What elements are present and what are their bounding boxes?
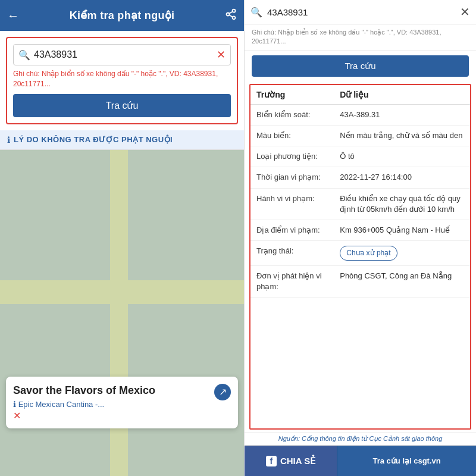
table-row: Màu biển:Nền màu trắng, chữ và số màu đe… <box>250 125 470 146</box>
col-data: Dữ liệu <box>334 85 470 105</box>
clear-icon[interactable]: ✕ <box>217 48 226 61</box>
back-button[interactable]: ← <box>7 9 19 23</box>
row-field: Địa điểm vi phạm: <box>250 220 334 240</box>
right-search-bar: 🔍 ✕ <box>245 0 476 24</box>
row-value: 2022-11-27 16:14:00 <box>334 167 470 188</box>
left-header: ← Kiểm tra phạt nguội <box>0 0 244 31</box>
row-value: Điều khiển xe chạy quá tốc độ quy định t… <box>334 188 470 220</box>
left-panel: ← Kiểm tra phạt nguội 🔍 ✕ Ghi chú: Nhập … <box>0 0 244 476</box>
svg-point-2 <box>233 16 236 19</box>
tra-cuu-button[interactable]: Tra cứu <box>13 94 231 117</box>
search-input-row: 🔍 ✕ <box>13 44 231 65</box>
row-value: Chưa xử phạt <box>334 241 470 266</box>
map-card: ↗ Savor the Flavors of Mexico ℹ Epic Mex… <box>6 377 238 428</box>
right-tra-cuu-button[interactable]: Tra cứu <box>252 55 469 77</box>
result-table-wrapper: Trường Dữ liệu Biển kiểm soát:43A-389.31… <box>249 84 471 430</box>
info-icon-small: ℹ <box>13 400 16 409</box>
search-hint: Ghi chú: Nhập biển số xe không dấu "-" h… <box>13 69 231 89</box>
table-row: Hành vi vi phạm:Điều khiển xe chạy quá t… <box>250 188 470 220</box>
table-row: Biển kiểm soát:43A-389.31 <box>250 104 470 125</box>
search-icon: 🔍 <box>18 49 30 61</box>
table-row: Thời gian vi phạm:2022-11-27 16:14:00 <box>250 167 470 188</box>
right-search-input[interactable] <box>267 7 460 17</box>
status-badge: Chưa xử phạt <box>340 246 397 261</box>
row-field: Màu biển: <box>250 125 334 146</box>
svg-point-0 <box>233 9 236 12</box>
right-panel: 🔍 ✕ Ghi chú: Nhập biển số xe không dấu "… <box>244 0 476 476</box>
map-area: ↗ Savor the Flavors of Mexico ℹ Epic Mex… <box>0 150 244 476</box>
card-title: Savor the Flavors of Mexico <box>13 384 231 397</box>
info-icon: ℹ <box>7 135 10 145</box>
row-value: Km 936+005 Quảng Nam - Huế <box>334 220 470 240</box>
search-input[interactable] <box>34 49 217 60</box>
footer-source: Nguồn: Cổng thông tin điện tử Cục Cảnh s… <box>245 432 476 445</box>
right-search-icon: 🔍 <box>250 7 262 18</box>
right-tra-cuu: Tra cứu <box>252 55 469 77</box>
ly-do-bar: ℹ LÝ DO KHÔNG TRA ĐƯỢC PHẠT NGUỘI <box>0 130 244 150</box>
row-value: Phòng CSGT, Công an Đà Nẵng <box>334 265 470 297</box>
share-button[interactable] <box>225 8 237 23</box>
close-map-card[interactable]: ✕ <box>13 410 231 421</box>
right-close-icon[interactable]: ✕ <box>460 5 470 19</box>
svg-line-4 <box>229 11 233 13</box>
svg-point-1 <box>227 12 230 15</box>
col-field: Trường <box>250 85 334 105</box>
table-row: Trạng thái:Chưa xử phạt <box>250 241 470 266</box>
svg-line-3 <box>229 15 233 17</box>
row-value: 43A-389.31 <box>334 104 470 125</box>
row-value: Nền màu trắng, chữ và số màu đen <box>334 125 470 146</box>
search-section: 🔍 ✕ Ghi chú: Nhập biển số xe không dấu "… <box>6 37 238 124</box>
facebook-share-button[interactable]: f CHIA SẺ <box>245 446 337 476</box>
facebook-icon: f <box>266 456 277 466</box>
row-field: Trạng thái: <box>250 241 334 266</box>
share-label: CHIA SẺ <box>280 456 315 466</box>
row-field: Loại phương tiện: <box>250 146 334 167</box>
tra-cuu-lai-button[interactable]: Tra cứu lại csgt.vn <box>337 446 476 476</box>
card-subtitle: ℹ Epic Mexican Cantina -... <box>13 400 231 409</box>
right-hint: Ghi chú: Nhập biển số xe không dấu "-" h… <box>245 24 476 51</box>
card-arrow[interactable]: ↗ <box>214 384 231 400</box>
footer-buttons: f CHIA SẺ Tra cứu lại csgt.vn <box>245 445 476 476</box>
table-row: Loại phương tiện:Ô tô <box>250 146 470 167</box>
result-table: Trường Dữ liệu Biển kiểm soát:43A-389.31… <box>250 85 470 298</box>
row-field: Đơn vị phát hiện vi phạm: <box>250 265 334 297</box>
ly-do-text: LÝ DO KHÔNG TRA ĐƯỢC PHẠT NGUỘI <box>14 135 173 144</box>
row-field: Biển kiểm soát: <box>250 104 334 125</box>
row-field: Thời gian vi phạm: <box>250 167 334 188</box>
page-title: Kiểm tra phạt nguội <box>70 9 175 22</box>
row-field: Hành vi vi phạm: <box>250 188 334 220</box>
row-value: Ô tô <box>334 146 470 167</box>
table-row: Đơn vị phát hiện vi phạm:Phòng CSGT, Côn… <box>250 265 470 297</box>
table-row: Địa điểm vi phạm:Km 936+005 Quảng Nam - … <box>250 220 470 240</box>
